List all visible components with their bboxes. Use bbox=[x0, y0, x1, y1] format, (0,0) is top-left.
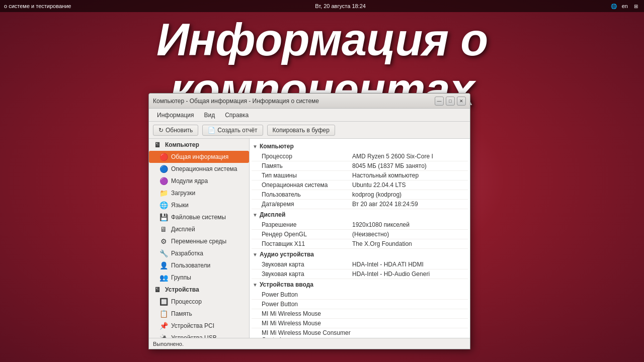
usb-devices-icon: 🔌 bbox=[159, 333, 168, 338]
sidebar-label-boot: Загрузки bbox=[171, 190, 195, 197]
sidebar-label-env-vars: Переменные среды bbox=[171, 238, 226, 245]
sidebar-item-pci-devices[interactable]: 📌Устройства PCI bbox=[149, 320, 249, 332]
detail-key: Дата/время bbox=[262, 201, 352, 208]
sidebar-item-filesystems[interactable]: 💾Файловые системы bbox=[149, 211, 249, 223]
taskbar-right: 🌐 en ⊞ bbox=[610, 2, 640, 10]
boot-icon: 📁 bbox=[159, 189, 168, 198]
detail-value: (Неизвестно) bbox=[352, 231, 458, 238]
memory-icon: 📋 bbox=[159, 309, 168, 318]
sidebar-label-computer: Компьютер bbox=[165, 141, 199, 148]
menu-help[interactable]: Справка bbox=[221, 111, 253, 120]
detail-key: Память bbox=[262, 162, 352, 169]
menu-information[interactable]: Информация bbox=[153, 111, 198, 120]
taskbar-clock: Вт, 20 августа 18:24 bbox=[315, 3, 366, 9]
sidebar-item-kernel-modules[interactable]: 🟣Модули ядра bbox=[149, 175, 249, 187]
detail-value: Вт 20 авг 2024 18:24:59 bbox=[352, 201, 458, 208]
sidebar-item-computer[interactable]: 🖥Компьютер bbox=[149, 139, 249, 151]
detail-key: Процессор bbox=[262, 153, 352, 160]
sidebar: 🖥Компьютер🔴Общая информация🔵Операционная… bbox=[149, 139, 250, 338]
table-row: Дата/времяВт 20 авг 2024 18:24:59 bbox=[252, 200, 468, 209]
sidebar-item-users[interactable]: 👤Пользователи bbox=[149, 259, 249, 272]
sidebar-item-groups[interactable]: 👥Группы bbox=[149, 272, 249, 284]
users-icon: 👤 bbox=[159, 261, 168, 270]
sidebar-label-processor: Процессор bbox=[171, 298, 202, 305]
detail-pane[interactable]: ▼КомпьютерПроцессорAMD Ryzen 5 2600 Six-… bbox=[250, 139, 470, 338]
report-icon: 📄 bbox=[208, 127, 215, 134]
detail-section-audio-section[interactable]: ▼Аудио устройства bbox=[252, 249, 468, 260]
sidebar-label-general-info: Общая информация bbox=[171, 153, 228, 160]
toolbar: ↻ Обновить 📄 Создать отчёт Копировать в … bbox=[149, 122, 470, 139]
kernel-modules-icon: 🟣 bbox=[159, 176, 168, 186]
detail-section-input-section[interactable]: ▼Устройства ввода bbox=[252, 279, 468, 290]
table-row: Пользовательkodprog (kodprog) bbox=[252, 190, 468, 200]
detail-value bbox=[352, 301, 458, 308]
table-row: Power Button bbox=[252, 300, 468, 309]
sidebar-label-pci-devices: Устройства PCI bbox=[171, 322, 214, 329]
general-info-icon: 🔴 bbox=[159, 152, 168, 161]
minimize-button[interactable]: — bbox=[435, 97, 444, 106]
detail-value: 8045 МБ (1837 МБ занято) bbox=[352, 162, 458, 169]
detail-key: Power Button bbox=[262, 301, 352, 308]
sidebar-item-processor[interactable]: 🔲Процессор bbox=[149, 296, 249, 308]
detail-key: Поставщик X11 bbox=[262, 240, 352, 247]
detail-section-computer-section[interactable]: ▼Компьютер bbox=[252, 141, 468, 152]
network-icon[interactable]: 🌐 bbox=[610, 2, 618, 10]
groups-icon: 👥 bbox=[159, 273, 168, 282]
detail-key: Пользователь bbox=[262, 191, 352, 198]
menubar: Информация Вид Справка bbox=[149, 109, 470, 122]
system-menu-icon[interactable]: ⊞ bbox=[632, 2, 640, 10]
section-label-input-section: Устройства ввода bbox=[260, 281, 313, 288]
sidebar-item-languages[interactable]: 🌐Языки bbox=[149, 199, 249, 211]
table-row: MI Mi Wireless Mouse Consumer Control bbox=[252, 328, 468, 338]
os-icon: 🔵 bbox=[159, 164, 168, 173]
close-button[interactable]: ✕ bbox=[457, 97, 466, 106]
sidebar-item-memory[interactable]: 📋Память bbox=[149, 308, 249, 320]
sidebar-item-display[interactable]: 🖥Дисплей bbox=[149, 223, 249, 235]
sidebar-item-boot[interactable]: 📁Загрузки bbox=[149, 187, 249, 199]
table-row: MI Mi Wireless Mouse bbox=[252, 309, 468, 319]
main-content: 🖥Компьютер🔴Общая информация🔵Операционная… bbox=[149, 139, 470, 338]
statusbar: Выполнено. bbox=[149, 338, 470, 349]
detail-value bbox=[352, 329, 458, 338]
taskbar: о системе и тестирование Вт, 20 августа … bbox=[0, 0, 644, 12]
sidebar-item-os[interactable]: 🔵Операционная система bbox=[149, 163, 249, 175]
sidebar-item-env-vars[interactable]: ⚙Переменные среды bbox=[149, 235, 249, 247]
display-icon: 🖥 bbox=[159, 225, 168, 234]
maximize-button[interactable]: □ bbox=[446, 97, 455, 106]
table-row: Операционная системаUbuntu 22.04.4 LTS bbox=[252, 180, 468, 190]
detail-value: kodprog (kodprog) bbox=[352, 191, 458, 198]
sidebar-label-memory: Память bbox=[171, 310, 192, 317]
detail-value: HDA-Intel - HD-Audio Generi bbox=[352, 270, 458, 278]
sidebar-label-filesystems: Файловые системы bbox=[171, 214, 226, 221]
table-row: Разрешение1920x1080 пикселей bbox=[252, 220, 468, 230]
detail-value bbox=[352, 320, 458, 327]
env-vars-icon: ⚙ bbox=[159, 237, 168, 246]
sidebar-label-development: Разработка bbox=[171, 250, 203, 257]
table-row: Тип машиныНастольный компьютер bbox=[252, 171, 468, 180]
taskbar-left-text: о системе и тестирование bbox=[4, 3, 71, 9]
sidebar-label-devices: Устройства bbox=[165, 286, 199, 293]
detail-key: Power Button bbox=[262, 291, 352, 298]
create-report-button[interactable]: 📄 Создать отчёт bbox=[202, 125, 263, 136]
sidebar-item-development[interactable]: 🔧Разработка bbox=[149, 247, 249, 259]
menu-view[interactable]: Вид bbox=[200, 111, 219, 120]
processor-icon: 🔲 bbox=[159, 297, 168, 306]
sidebar-label-display: Дисплей bbox=[171, 226, 195, 233]
sidebar-item-general-info[interactable]: 🔴Общая информация bbox=[149, 151, 249, 163]
sidebar-item-devices[interactable]: 🖥Устройства bbox=[149, 284, 249, 296]
copy-to-clipboard-button[interactable]: Копировать в буфер bbox=[267, 125, 335, 136]
detail-key: MI Mi Wireless Mouse bbox=[262, 320, 352, 327]
sidebar-item-usb-devices[interactable]: 🔌Устройства USB bbox=[149, 332, 249, 338]
detail-value: HDA-Intel - HDA ATI HDMI bbox=[352, 261, 458, 268]
development-icon: 🔧 bbox=[159, 249, 168, 258]
section-label-display-section: Дисплей bbox=[260, 211, 285, 218]
refresh-button[interactable]: ↻ Обновить bbox=[153, 125, 198, 136]
section-label-audio-section: Аудио устройства bbox=[260, 251, 314, 258]
window-title: Компьютер - Общая информация - Информаци… bbox=[153, 98, 319, 105]
detail-key: MI Mi Wireless Mouse Consumer Control bbox=[262, 329, 352, 338]
table-row: ПроцессорAMD Ryzen 5 2600 Six-Core I bbox=[252, 152, 468, 161]
detail-section-display-section[interactable]: ▼Дисплей bbox=[252, 209, 468, 220]
app-window: Компьютер - Общая информация - Информаци… bbox=[148, 93, 470, 349]
detail-key: Рендер OpenGL bbox=[262, 231, 352, 238]
sidebar-label-users: Пользователи bbox=[171, 262, 210, 269]
